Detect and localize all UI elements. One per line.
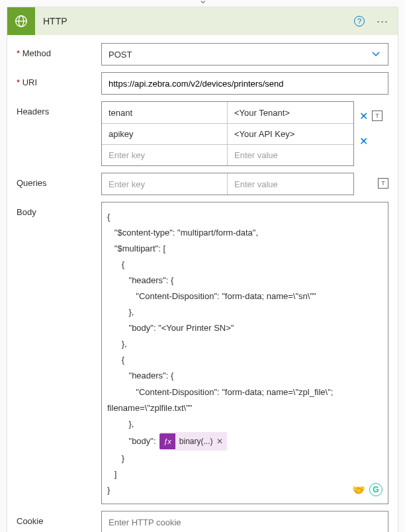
method-value: POST	[109, 50, 132, 60]
body-row: Body { "$content-type": "multipart/form-…	[17, 202, 388, 504]
header-value[interactable]: <Your API Key>	[228, 123, 353, 144]
body-corner-icons: 🤝 G	[352, 480, 382, 500]
cookie-label: Cookie	[17, 511, 101, 532]
header-key[interactable]: apikey	[102, 123, 228, 144]
switch-mode-icon[interactable]: T	[378, 178, 388, 189]
fx-icon: ƒx	[159, 433, 175, 449]
queries-side-tools: T	[359, 173, 388, 189]
table-row: apikey <Your API Key>	[102, 123, 353, 144]
uri-row: URI	[17, 72, 388, 95]
table-row: tenant <Your Tenant>	[102, 102, 353, 123]
http-action-card: ⌄ HTTP ? ··· Method POST	[7, 7, 398, 532]
cookie-text[interactable]	[109, 517, 381, 527]
card-header[interactable]: HTTP ? ···	[7, 7, 398, 35]
headers-label: Headers	[17, 101, 101, 166]
connector-arrow-icon: ⌄	[199, 0, 207, 6]
headers-side-tools: ✕ T ✕	[359, 101, 388, 152]
method-select[interactable]: POST	[101, 43, 388, 66]
header-key-input[interactable]: Enter key	[102, 144, 228, 165]
expression-text: binary(...)	[179, 434, 213, 449]
grammarly-icon[interactable]: G	[369, 483, 382, 496]
http-icon	[7, 7, 35, 35]
uri-label: URI	[17, 72, 101, 95]
queries-table: Enter key Enter value	[101, 173, 354, 195]
help-icon[interactable]: ?	[354, 16, 365, 26]
switch-mode-icon[interactable]: T	[372, 111, 382, 121]
method-row: Method POST	[17, 43, 388, 66]
method-label: Method	[17, 43, 101, 66]
card-title: HTTP	[43, 16, 68, 26]
cookie-input[interactable]	[101, 511, 388, 532]
uri-text[interactable]	[109, 79, 381, 89]
delete-row-icon[interactable]: ✕	[359, 135, 368, 148]
header-key[interactable]: tenant	[102, 102, 228, 123]
handshake-icon: 🤝	[352, 480, 365, 500]
headers-row: Headers tenant <Your Tenant> apikey <You…	[17, 101, 388, 166]
uri-input[interactable]	[101, 72, 388, 95]
body-label: Body	[17, 202, 101, 504]
cookie-row: Cookie	[17, 511, 388, 532]
chevron-down-icon	[371, 48, 381, 61]
expression-token[interactable]: ƒxbinary(...)✕	[159, 432, 227, 451]
body-editor[interactable]: { "$content-type": "multipart/form-data"…	[101, 202, 388, 504]
query-key-input[interactable]: Enter key	[102, 173, 228, 195]
query-value-input[interactable]: Enter value	[228, 173, 353, 195]
remove-token-icon[interactable]: ✕	[216, 434, 223, 449]
headers-table: tenant <Your Tenant> apikey <Your API Ke…	[101, 101, 354, 166]
delete-row-icon[interactable]: ✕	[359, 110, 368, 122]
header-value[interactable]: <Your Tenant>	[228, 102, 353, 123]
queries-row: Queries Enter key Enter value T	[17, 173, 388, 195]
header-value-input[interactable]: Enter value	[228, 144, 353, 165]
table-row: Enter key Enter value	[102, 173, 353, 195]
more-menu-button[interactable]: ···	[373, 15, 392, 28]
card-body: Method POST URI Headers	[7, 35, 398, 532]
header-actions: ? ···	[354, 15, 398, 28]
table-row: Enter key Enter value	[102, 144, 353, 165]
queries-label: Queries	[17, 173, 101, 195]
